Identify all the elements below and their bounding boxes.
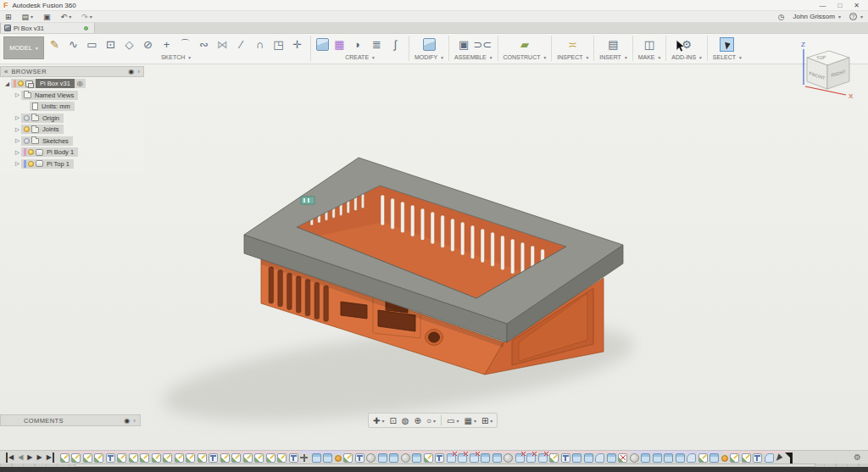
item-label-selected[interactable]: Pi Box v31 bbox=[36, 79, 75, 88]
workspace-selector[interactable]: MODEL ▾ bbox=[3, 36, 44, 59]
timeline-op-extrude-icon[interactable] bbox=[607, 453, 616, 463]
expand-node-icon[interactable]: ▷ bbox=[14, 137, 21, 144]
rectangle-icon[interactable]: ▭ bbox=[84, 36, 100, 53]
item-chip[interactable]: Named Views bbox=[21, 91, 78, 100]
toolbar-group-label[interactable]: MODIFY▾ bbox=[415, 54, 443, 60]
select-icon[interactable] bbox=[720, 37, 734, 52]
timeline-op-cut-icon[interactable] bbox=[447, 453, 456, 463]
toolbar-group-label[interactable]: INSERT▾ bbox=[599, 54, 626, 60]
timeline-op-extrude-icon[interactable] bbox=[653, 453, 662, 463]
step-back-button[interactable]: ◀ bbox=[18, 453, 23, 463]
timeline-op-cut-icon[interactable] bbox=[458, 453, 467, 463]
timeline-op-extrude-icon[interactable] bbox=[412, 453, 421, 463]
timeline-op-sketch-icon[interactable] bbox=[243, 453, 253, 463]
timeline-op-error-icon[interactable] bbox=[618, 453, 627, 463]
save-icon[interactable]: ▣ bbox=[43, 13, 51, 21]
3d-print-icon[interactable]: ◫ bbox=[641, 36, 657, 53]
user-menu[interactable]: John Grissom ▾ bbox=[793, 13, 841, 20]
timeline-op-move-icon[interactable] bbox=[300, 453, 309, 463]
browser-item-origin[interactable]: ▷Origin bbox=[0, 113, 144, 123]
visibility-bulb-icon[interactable] bbox=[24, 115, 30, 121]
construction-plane-icon[interactable]: ▰ bbox=[516, 36, 532, 53]
timeline-op-sketch-icon[interactable] bbox=[231, 453, 241, 463]
timeline-op-revolve-icon[interactable] bbox=[630, 453, 639, 463]
trim-icon[interactable]: ∕ bbox=[233, 36, 249, 53]
panel-menu-icon[interactable]: ◉ bbox=[128, 68, 134, 75]
activate-chip[interactable]: ◎ bbox=[75, 79, 86, 88]
sweep-icon[interactable]: ∫ bbox=[387, 36, 403, 53]
timeline-op-sketch-icon[interactable] bbox=[698, 453, 708, 463]
timeline-op-extrude-icon[interactable] bbox=[641, 453, 650, 463]
step-forward-button[interactable]: ▶ bbox=[36, 453, 42, 463]
timeline-op-extrude-icon[interactable] bbox=[492, 453, 502, 463]
create-sketch-icon[interactable]: ✎ bbox=[47, 36, 63, 53]
redo-icon[interactable]: ↷▾ bbox=[81, 13, 92, 21]
visibility-bulb-icon[interactable] bbox=[28, 161, 34, 167]
visibility-bulb-icon[interactable] bbox=[24, 126, 30, 132]
timeline-op-fillet-icon[interactable] bbox=[765, 453, 774, 463]
timeline-op-hole-icon[interactable] bbox=[209, 453, 218, 463]
item-chip[interactable]: Origin bbox=[21, 114, 64, 123]
coil-icon[interactable]: ≣ bbox=[369, 36, 385, 53]
timeline-op-hole-icon[interactable] bbox=[106, 453, 115, 463]
activate-component-radio[interactable]: ◎ bbox=[77, 80, 83, 88]
toolbar-group-label[interactable]: ADD-INS▾ bbox=[671, 54, 702, 60]
timeline-op-extrude-icon[interactable] bbox=[709, 453, 719, 463]
free-orbit-icon[interactable]: ◍ bbox=[402, 416, 409, 425]
joint-icon[interactable]: ⊃⊂ bbox=[475, 36, 491, 53]
expand-node-icon[interactable]: ▷ bbox=[14, 126, 21, 133]
item-chip[interactable]: Pi Body 1 bbox=[21, 147, 78, 157]
timeline-scroll-thumb[interactable] bbox=[75, 464, 815, 467]
insert-image-icon[interactable]: ▤ bbox=[605, 36, 621, 53]
timeline-op-fillet-icon[interactable] bbox=[595, 453, 604, 463]
item-chip[interactable] bbox=[11, 79, 36, 88]
file-menu-icon[interactable]: ▤▾ bbox=[22, 13, 34, 21]
timeline-op-hole-icon[interactable] bbox=[561, 453, 570, 463]
timeline-op-extrude-icon[interactable] bbox=[312, 453, 321, 463]
press-pull-icon[interactable] bbox=[423, 38, 436, 51]
timeline-op-point-icon[interactable] bbox=[721, 455, 728, 462]
collapse-node-icon[interactable]: ◢ bbox=[3, 81, 11, 87]
close-button[interactable]: ✕ bbox=[854, 1, 860, 10]
timeline-op-sketch-icon[interactable] bbox=[152, 453, 161, 463]
timeline-op-sketch-icon[interactable] bbox=[343, 453, 353, 463]
timeline-op-hole-icon[interactable] bbox=[435, 453, 444, 463]
expand-node-icon[interactable]: ▷ bbox=[14, 114, 21, 121]
timeline-op-sketch-icon[interactable] bbox=[60, 453, 70, 463]
timeline-op-revolve-icon[interactable] bbox=[366, 453, 376, 463]
undo-icon[interactable]: ↶▾ bbox=[61, 13, 72, 21]
document-tab[interactable]: Pi Box v31 bbox=[0, 23, 95, 33]
new-component-icon[interactable]: ▣ bbox=[456, 36, 472, 53]
timeline-op-extrude-icon[interactable] bbox=[481, 453, 490, 463]
help-menu[interactable]: ? ▾ bbox=[849, 13, 863, 20]
toolbar-group-label[interactable]: INSPECT▾ bbox=[557, 54, 588, 60]
timeline-op-cut-icon[interactable] bbox=[538, 453, 548, 463]
spline-icon[interactable]: ∿ bbox=[65, 36, 81, 53]
app-launcher-icon[interactable]: ⊞ bbox=[5, 13, 12, 21]
browser-item-pi-top-1[interactable]: ▷Pi Top 1 bbox=[0, 158, 144, 169]
timeline-op-sketch-icon[interactable] bbox=[198, 453, 207, 463]
item-chip[interactable]: Joints bbox=[21, 125, 64, 134]
timeline-op-hole-icon[interactable] bbox=[355, 453, 364, 463]
expand-node-icon[interactable]: ▷ bbox=[14, 149, 21, 156]
toolbar-group-label[interactable]: CONSTRUCT▾ bbox=[504, 54, 547, 60]
timeline-op-fillet-icon[interactable] bbox=[687, 453, 696, 463]
timeline-op-sketch-icon[interactable] bbox=[175, 453, 184, 463]
timeline-op-sketch-icon[interactable] bbox=[730, 453, 739, 463]
toolbar-group-label[interactable]: SELECT▾ bbox=[713, 54, 742, 60]
browser-item-units-mm[interactable]: Units: mm bbox=[0, 102, 144, 112]
arc-icon[interactable]: ⌒ bbox=[177, 36, 193, 53]
viewports-icon[interactable]: ⊞▾ bbox=[481, 416, 492, 425]
chevron-right-icon[interactable]: › bbox=[137, 68, 140, 75]
item-chip[interactable]: Sketches bbox=[21, 136, 73, 146]
go-to-start-button[interactable]: ◀ bbox=[6, 453, 14, 463]
visibility-bulb-icon[interactable] bbox=[18, 81, 24, 86]
timeline-op-cursor-icon[interactable] bbox=[776, 453, 785, 463]
control-point-spline-icon[interactable]: ∾ bbox=[196, 36, 212, 53]
display-settings-icon[interactable]: ▭▾ bbox=[447, 416, 459, 425]
panel-menu-icon[interactable]: ◉ bbox=[124, 417, 130, 425]
item-chip[interactable]: Pi Top 1 bbox=[21, 159, 74, 169]
timeline-op-sketch-icon[interactable] bbox=[424, 453, 433, 463]
three-point-arc-icon[interactable]: ∩ bbox=[252, 36, 268, 53]
circle-icon[interactable]: ⊘ bbox=[140, 36, 156, 53]
